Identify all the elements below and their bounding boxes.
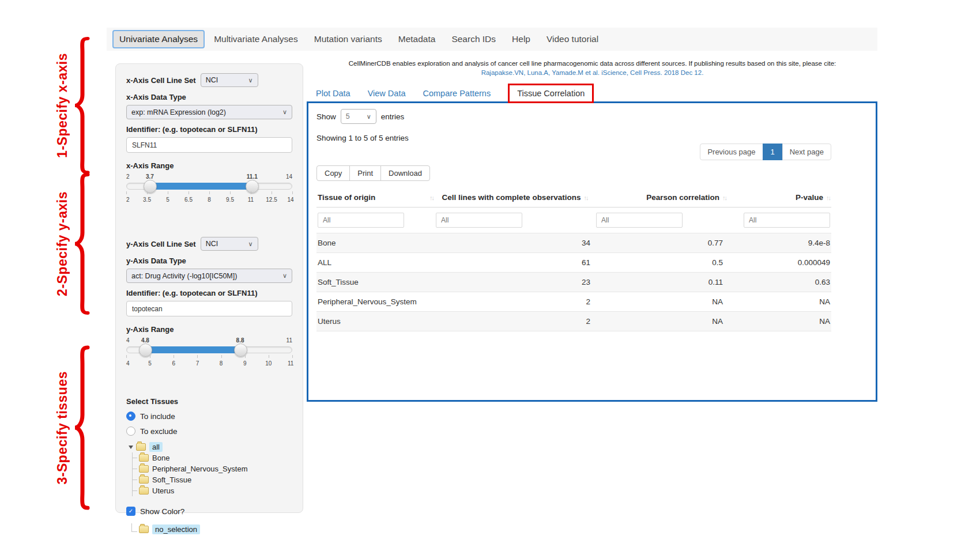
print-button[interactable]: Print	[349, 165, 381, 181]
copy-button[interactable]: Copy	[316, 165, 350, 181]
current-page-button[interactable]: 1	[763, 144, 783, 160]
x-range-label: x-Axis Range	[126, 161, 292, 170]
tab-help[interactable]: Help	[505, 30, 537, 48]
table-row[interactable]: Peripheral_Nervous_System 2 NA NA	[316, 292, 831, 312]
folder-icon	[139, 487, 149, 495]
download-button[interactable]: Download	[380, 165, 430, 181]
slider-tick-labels: 4 5 6 7 8 9 10 11	[126, 360, 292, 367]
tree-node-uterus[interactable]: Uterus	[152, 486, 174, 495]
column-header-tissue[interactable]: Tissue of origin↑↓	[316, 189, 435, 207]
tab-mutation-variants[interactable]: Mutation variants	[307, 30, 389, 48]
y-identifier-input[interactable]	[126, 301, 292, 316]
chevron-down-icon: ∨	[248, 77, 253, 84]
x-data-type-select[interactable]: exp: mRNA Expression (log2) ∨	[126, 105, 292, 119]
brace-icon	[71, 172, 91, 316]
x-range-low-value: 3.7	[146, 173, 154, 180]
subtab-plot-data[interactable]: Plot Data	[316, 89, 350, 98]
sort-icon[interactable]: ↑↓	[429, 194, 434, 201]
tab-video-tutorial[interactable]: Video tutorial	[540, 30, 605, 48]
entries-label: entries	[381, 112, 405, 121]
y-identifier-label: Identifier: (e.g. topotecan or SLFN11)	[126, 289, 292, 297]
x-range-max: 14	[286, 173, 292, 180]
x-data-type-value: exp: mRNA Expression (log2)	[131, 108, 226, 116]
citation: CellMinerCDB enables exploration and ana…	[308, 60, 876, 76]
annotation-step-3-label: 3-Specify tissues	[55, 371, 70, 484]
y-data-type-label: y-Axis Data Type	[126, 256, 292, 265]
column-header-pearson[interactable]: Pearson correlation↑↓	[595, 189, 728, 207]
subtab-view-data[interactable]: View Data	[368, 89, 406, 98]
sort-icon[interactable]: ↑↓	[826, 194, 830, 201]
next-page-button[interactable]: Next page	[782, 144, 831, 160]
export-buttons: Copy Print Download	[316, 165, 430, 181]
y-data-type-select[interactable]: act: Drug Activity (-log10[IC50M]) ∨	[126, 269, 292, 283]
brace-icon	[71, 344, 91, 511]
tree-node-no-selection[interactable]: no_selection	[152, 524, 200, 534]
table-row[interactable]: Soft_Tissue 23 0.11 0.63	[316, 273, 831, 292]
filter-pearson-input[interactable]	[596, 213, 683, 228]
sort-icon[interactable]: ↑↓	[583, 194, 587, 201]
table-row[interactable]: ALL 61 0.5 0.000049	[316, 253, 831, 273]
slider-selected-range	[145, 346, 240, 353]
exclude-radio-label: To exclude	[140, 427, 178, 436]
subtab-compare-patterns[interactable]: Compare Patterns	[423, 89, 491, 98]
y-cell-line-set-select[interactable]: NCI ∨	[201, 237, 258, 251]
page-size-select[interactable]: 5 ∨	[341, 109, 376, 124]
brace-icon	[71, 36, 91, 175]
table-row[interactable]: Uterus 2 NA NA	[316, 312, 831, 331]
tab-search-ids[interactable]: Search IDs	[444, 30, 503, 48]
annotation-step-2-label: 2-Specify y-axis	[55, 191, 70, 296]
tissue-tree: all Bone Peripheral_Nervous_System Soft_…	[126, 441, 292, 496]
y-range-high-value: 8.8	[236, 337, 244, 344]
include-radio-label: To include	[140, 412, 175, 421]
filter-pvalue-input[interactable]	[744, 213, 830, 228]
tissue-correlation-panel: Show 5 ∨ entries Showing 1 to 5 of 5 ent…	[307, 101, 877, 402]
control-sidebar: x-Axis Cell Line Set NCI ∨ x-Axis Data T…	[115, 63, 303, 513]
tree-node-bone[interactable]: Bone	[152, 454, 169, 462]
y-cell-line-set-label: y-Axis Cell Line Set	[126, 240, 196, 248]
citation-text: CellMinerCDB enables exploration and ana…	[308, 60, 876, 67]
citation-link[interactable]: Rajapakse.VN, Luna.A, Yamade.M et al. iS…	[308, 69, 876, 76]
exclude-radio[interactable]	[126, 427, 135, 436]
y-range-low-value: 4.8	[141, 337, 149, 344]
folder-icon	[139, 454, 149, 462]
table-row[interactable]: Bone 34 0.77 9.4e-8	[316, 233, 831, 253]
x-cell-line-set-select[interactable]: NCI ∨	[201, 73, 258, 87]
tree-connector	[131, 523, 137, 532]
chevron-down-icon: ∨	[282, 272, 287, 280]
y-range-min: 4	[126, 337, 130, 344]
x-axis-range-slider[interactable]: 2 3.7 11.1 14 2 3.5 5 6.5 8 9.5 11 12.5 …	[126, 173, 292, 209]
tree-node-peripheral-nervous-system[interactable]: Peripheral_Nervous_System	[152, 465, 247, 473]
column-header-pvalue[interactable]: P-value↑↓	[728, 189, 831, 207]
folder-icon	[139, 526, 149, 533]
tab-univariate-analyses[interactable]: Univariate Analyses	[112, 30, 205, 48]
column-header-cell-lines[interactable]: Cell lines with complete observations↑↓	[435, 189, 595, 207]
previous-page-button[interactable]: Previous page	[700, 144, 763, 160]
annotation-step-1-label: 1-Specify x-axis	[55, 53, 70, 158]
tree-expand-icon[interactable]	[129, 446, 133, 449]
show-color-label: Show Color?	[140, 507, 184, 516]
x-identifier-input[interactable]	[126, 137, 292, 153]
tree-node-all[interactable]: all	[149, 442, 163, 452]
slider-tick-labels: 2 3.5 5 6.5 8 9.5 11 12.5 14	[126, 197, 292, 203]
page-size-value: 5	[346, 112, 350, 120]
y-axis-range-slider[interactable]: 4 4.8 8.8 11 4 5 6 7 8 9 10 11	[126, 337, 292, 373]
table-info: Showing 1 to 5 of 5 entries	[316, 134, 831, 142]
slider-ticks	[126, 355, 292, 358]
x-range-high-value: 11.1	[247, 173, 258, 180]
show-color-checkbox[interactable]: ✓	[126, 507, 135, 516]
tab-multivariate-analyses[interactable]: Multivariate Analyses	[207, 30, 305, 48]
y-range-max: 11	[287, 337, 292, 344]
folder-icon	[139, 465, 149, 473]
tab-metadata[interactable]: Metadata	[391, 30, 443, 48]
sort-icon[interactable]: ↑↓	[722, 194, 726, 201]
include-radio[interactable]	[126, 412, 135, 421]
subtab-tissue-correlation[interactable]: Tissue Correlation	[508, 84, 594, 103]
filter-cell-lines-input[interactable]	[436, 213, 522, 228]
annotation-step-2: 2-Specify y-axis	[55, 172, 91, 316]
tree-node-soft-tissue[interactable]: Soft_Tissue	[152, 475, 191, 484]
show-label: Show	[316, 112, 336, 121]
annotation-step-3: 3-Specify tissues	[55, 344, 91, 511]
filter-tissue-input[interactable]	[318, 213, 404, 228]
chevron-down-icon: ∨	[248, 240, 253, 248]
x-range-min: 2	[126, 173, 130, 180]
